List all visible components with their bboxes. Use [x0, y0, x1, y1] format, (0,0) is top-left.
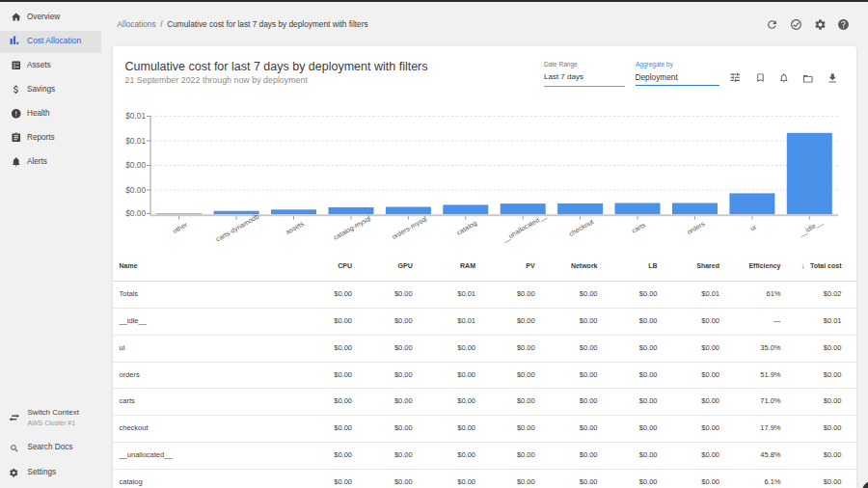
svg-text:other: other	[172, 221, 189, 234]
svg-text:orders-mysql: orders-mysql	[391, 215, 428, 241]
svg-text:ui: ui	[749, 223, 758, 231]
svg-text:assets: assets	[285, 220, 305, 235]
svg-text:$0.00: $0.00	[125, 160, 146, 170]
svg-text:checkout: checkout	[568, 218, 595, 237]
svg-text:$0.01: $0.01	[125, 136, 146, 146]
svg-text:carts-dynamodb: carts-dynamodb	[215, 212, 261, 243]
svg-text:catalog-mysql: catalog-mysql	[333, 214, 373, 242]
svg-text:carts: carts	[631, 221, 647, 234]
svg-text:__unallocated__: __unallocated__	[500, 212, 547, 244]
svg-text:catalog: catalog	[455, 219, 478, 236]
svg-text:$0.01: $0.01	[125, 111, 146, 121]
svg-text:$0.00: $0.00	[125, 208, 146, 218]
svg-text:__idle__: __idle__	[797, 218, 824, 238]
svg-text:$0.00: $0.00	[125, 185, 146, 195]
svg-text:orders: orders	[686, 220, 706, 235]
